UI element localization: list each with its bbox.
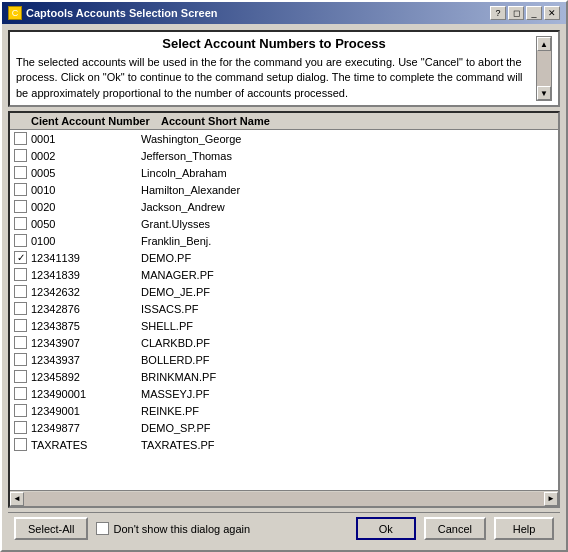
row-name-9: DEMO_JE.PF xyxy=(141,286,554,298)
bottom-bar: Select-All Don't show this dialog again … xyxy=(8,512,560,544)
row-name-3: Hamilton_Alexander xyxy=(141,184,554,196)
row-name-12: CLARKBD.PF xyxy=(141,337,554,349)
scroll-down-arrow[interactable]: ▼ xyxy=(537,86,551,100)
scroll-up-arrow[interactable]: ▲ xyxy=(537,37,551,51)
row-checkbox-11[interactable] xyxy=(14,319,27,332)
row-account-11: 12343875 xyxy=(31,320,141,332)
list-item[interactable]: 0005Lincoln_Abraham xyxy=(10,164,558,181)
col-name-header: Account Short Name xyxy=(161,115,554,127)
help-button[interactable]: Help xyxy=(494,517,554,540)
row-account-9: 12342632 xyxy=(31,286,141,298)
account-list-section: Cient Account Number Account Short Name … xyxy=(8,111,560,508)
close-button[interactable]: ✕ xyxy=(544,6,560,20)
row-name-7: DEMO.PF xyxy=(141,252,554,264)
row-checkbox-16[interactable] xyxy=(14,404,27,417)
title-bar: C Captools Accounts Selection Screen ? ◻… xyxy=(2,2,566,24)
list-item[interactable]: 0001Washington_George xyxy=(10,130,558,147)
row-account-3: 0010 xyxy=(31,184,141,196)
list-item[interactable]: 0020Jackson_Andrew xyxy=(10,198,558,215)
row-account-0: 0001 xyxy=(31,133,141,145)
list-item[interactable]: ✓12341139DEMO.PF xyxy=(10,249,558,266)
cancel-button[interactable]: Cancel xyxy=(424,517,486,540)
row-checkbox-7[interactable]: ✓ xyxy=(14,251,27,264)
row-name-10: ISSACS.PF xyxy=(141,303,554,315)
row-name-16: REINKE.PF xyxy=(141,405,554,417)
row-checkbox-9[interactable] xyxy=(14,285,27,298)
list-item[interactable]: 0010Hamilton_Alexander xyxy=(10,181,558,198)
scroll-left-arrow[interactable]: ◄ xyxy=(10,492,24,506)
description-scrollbar[interactable]: ▲ ▼ xyxy=(536,36,552,101)
description-text: The selected accounts will be used in th… xyxy=(16,55,532,101)
row-account-10: 12342876 xyxy=(31,303,141,315)
list-item[interactable]: 12343875SHELL.PF xyxy=(10,317,558,334)
list-item[interactable]: 12342632DEMO_JE.PF xyxy=(10,283,558,300)
row-account-13: 12343937 xyxy=(31,354,141,366)
row-checkbox-1[interactable] xyxy=(14,149,27,162)
row-account-1: 0002 xyxy=(31,150,141,162)
restore-button[interactable]: ◻ xyxy=(508,6,524,20)
list-item[interactable]: 12349877DEMO_SP.PF xyxy=(10,419,558,436)
select-all-button[interactable]: Select-All xyxy=(14,517,88,540)
content-area: Select Account Numbers to Process The se… xyxy=(2,24,566,550)
row-checkbox-6[interactable] xyxy=(14,234,27,247)
list-item[interactable]: 12349001REINKE.PF xyxy=(10,402,558,419)
row-name-15: MASSEYJ.PF xyxy=(141,388,554,400)
dont-show-text: Don't show this dialog again xyxy=(113,523,250,535)
row-checkbox-2[interactable] xyxy=(14,166,27,179)
row-checkbox-4[interactable] xyxy=(14,200,27,213)
window-title: Captools Accounts Selection Screen xyxy=(26,7,218,19)
list-header: Cient Account Number Account Short Name xyxy=(10,113,558,130)
row-account-16: 12349001 xyxy=(31,405,141,417)
minimize-button[interactable]: _ xyxy=(526,6,542,20)
row-name-14: BRINKMAN.PF xyxy=(141,371,554,383)
row-checkbox-8[interactable] xyxy=(14,268,27,281)
list-item[interactable]: TAXRATESTAXRATES.PF xyxy=(10,436,558,453)
help-titlebar-button[interactable]: ? xyxy=(490,6,506,20)
row-checkbox-5[interactable] xyxy=(14,217,27,230)
list-item[interactable]: 0100Franklin_Benj. xyxy=(10,232,558,249)
row-checkbox-15[interactable] xyxy=(14,387,27,400)
row-account-18: TAXRATES xyxy=(31,439,141,451)
list-item[interactable]: 0002Jefferson_Thomas xyxy=(10,147,558,164)
row-checkbox-18[interactable] xyxy=(14,438,27,451)
header-section: Select Account Numbers to Process The se… xyxy=(8,30,560,107)
row-account-7: 12341139 xyxy=(31,252,141,264)
scroll-track-v[interactable] xyxy=(537,51,551,86)
list-item[interactable]: 12345892BRINKMAN.PF xyxy=(10,368,558,385)
row-name-2: Lincoln_Abraham xyxy=(141,167,554,179)
row-checkbox-12[interactable] xyxy=(14,336,27,349)
row-checkbox-17[interactable] xyxy=(14,421,27,434)
row-name-6: Franklin_Benj. xyxy=(141,235,554,247)
row-name-11: SHELL.PF xyxy=(141,320,554,332)
list-item[interactable]: 0050Grant.Ulysses xyxy=(10,215,558,232)
scroll-right-arrow[interactable]: ► xyxy=(544,492,558,506)
col-account-header: Cient Account Number xyxy=(31,115,161,127)
window-icon: C xyxy=(8,6,22,20)
row-checkbox-10[interactable] xyxy=(14,302,27,315)
row-checkbox-0[interactable] xyxy=(14,132,27,145)
list-item[interactable]: 12343907CLARKBD.PF xyxy=(10,334,558,351)
row-checkbox-14[interactable] xyxy=(14,370,27,383)
row-name-4: Jackson_Andrew xyxy=(141,201,554,213)
row-checkbox-3[interactable] xyxy=(14,183,27,196)
row-checkbox-13[interactable] xyxy=(14,353,27,366)
row-account-14: 12345892 xyxy=(31,371,141,383)
title-buttons: ? ◻ _ ✕ xyxy=(490,6,560,20)
dont-show-label[interactable]: Don't show this dialog again xyxy=(96,522,250,535)
row-name-8: MANAGER.PF xyxy=(141,269,554,281)
row-account-12: 12343907 xyxy=(31,337,141,349)
row-account-2: 0005 xyxy=(31,167,141,179)
scroll-h-track[interactable] xyxy=(24,492,544,506)
list-item[interactable]: 12343937BOLLERD.PF xyxy=(10,351,558,368)
dont-show-checkbox[interactable] xyxy=(96,522,109,535)
ok-button[interactable]: Ok xyxy=(356,517,416,540)
list-item[interactable]: 123490001MASSEYJ.PF xyxy=(10,385,558,402)
row-name-0: Washington_George xyxy=(141,133,554,145)
list-item[interactable]: 12342876ISSACS.PF xyxy=(10,300,558,317)
row-account-4: 0020 xyxy=(31,201,141,213)
list-item[interactable]: 12341839MANAGER.PF xyxy=(10,266,558,283)
row-account-15: 123490001 xyxy=(31,388,141,400)
horizontal-scrollbar[interactable]: ◄ ► xyxy=(10,490,558,506)
row-name-5: Grant.Ulysses xyxy=(141,218,554,230)
row-name-17: DEMO_SP.PF xyxy=(141,422,554,434)
